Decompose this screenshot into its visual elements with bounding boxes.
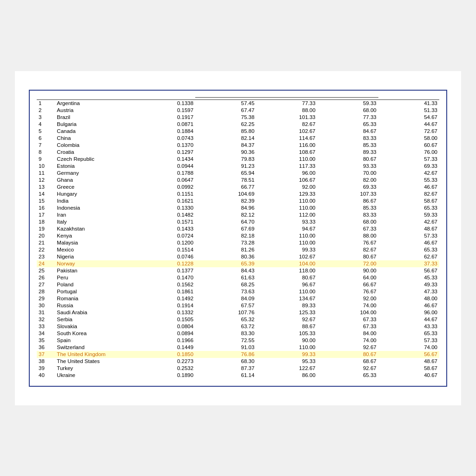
cell-grtc: 0.1433 [134,225,195,232]
cell-gmid: 87.37 [195,365,256,372]
cell-id-val: 44.67 [378,316,439,323]
table-row: 40 Ukraine 0.1890 61.14 86.00 65.33 40.6… [37,372,439,379]
cell-sd: 116.00 [256,142,317,149]
table-row: 25 Pakistan 0.1377 84.43 118.00 90.00 56… [37,267,439,274]
cell-id-val: 54.67 [378,114,439,121]
cell-country: South Korea [55,330,134,337]
cell-gmid: 91.23 [195,163,256,170]
cell-sd: 80.67 [256,274,317,281]
cell-grtc: 0.1621 [134,198,195,205]
cell-gmid: 84.09 [195,295,256,302]
cell-id: 20 [37,232,55,239]
cell-sd: 96.00 [256,170,317,177]
cell-pd: 92.67 [317,365,378,372]
cell-country: Serbia [55,316,134,323]
table-row: 24 Norway 0.1228 65.39 104.00 72.00 37.3… [37,260,439,267]
cell-grtc: 0.0894 [134,330,195,337]
cell-grtc: 0.1850 [134,351,195,358]
cell-pd: 66.67 [317,281,378,288]
cell-grtc: 0.1338 [134,99,195,107]
cell-grtc: 0.0804 [134,323,195,330]
cell-id: 28 [37,288,55,295]
cell-grtc: 0.1571 [134,218,195,225]
cell-gmid: 76.86 [195,351,256,358]
cell-country: Peru [55,274,134,281]
cell-id: 25 [37,267,55,274]
cell-country: Ghana [55,177,134,184]
cell-grtc: 0.1297 [134,149,195,156]
cell-grtc: 0.0724 [134,232,195,239]
cell-grtc: 0.1884 [134,128,195,135]
cell-id-val: 40.67 [378,372,439,379]
cell-id-val: 58.67 [378,198,439,205]
cell-country: Indonesia [55,205,134,212]
cell-id: 39 [37,365,55,372]
cell-id: 31 [37,309,55,316]
cell-country: Turkey [55,365,134,372]
table-row: 28 Portugal 0.1861 73.63 110.00 76.67 47… [37,288,439,295]
cell-pd: 86.67 [317,198,378,205]
cell-id: 4 [37,121,55,128]
cell-country: Pakistan [55,267,134,274]
cell-pd: 59.33 [317,99,378,107]
cell-id: 30 [37,302,55,309]
table-row: 3 Brazil 0.1917 75.38 101.33 77.33 54.67 [37,114,439,121]
cell-id: 33 [37,323,55,330]
cell-country: Bulgaria [55,121,134,128]
cell-sd: 99.33 [256,246,317,253]
table-row: 39 Turkey 0.2532 87.37 122.67 92.67 58.6… [37,365,439,372]
cell-pd: 64.00 [317,274,378,281]
cell-id: 27 [37,281,55,288]
cell-id: 12 [37,177,55,184]
cell-id: 8 [37,149,55,156]
cell-gmid: 78.51 [195,177,256,184]
table-row: 9 Czech Republic 0.1434 79.83 110.00 80.… [37,156,439,163]
table-row: 34 South Korea 0.0894 83.30 105.33 84.00… [37,330,439,337]
table-row: 16 Indonesia 0.1330 84.96 110.00 85.33 6… [37,205,439,212]
cell-pd: 65.33 [317,121,378,128]
cell-id-val: 65.33 [378,330,439,337]
cell-sd: 110.00 [256,288,317,295]
cell-sd: 110.00 [256,232,317,239]
cell-id: 7 [37,142,55,149]
cell-sd: 88.67 [256,323,317,330]
cell-id-val: 59.33 [378,212,439,218]
table-row: 26 Peru 0.1470 61.63 80.67 64.00 45.33 [37,274,439,281]
table-body: 1 Argentina 0.1338 57.45 77.33 59.33 41.… [37,99,439,379]
cell-country: Slovakia [55,323,134,330]
cell-pd: 70.00 [317,170,378,177]
cell-sd: 95.33 [256,358,317,365]
cell-gmid: 107.76 [195,309,256,316]
cell-grtc: 0.1482 [134,212,195,218]
cell-id: 34 [37,330,55,337]
cell-id: 24 [37,260,55,267]
cell-country: Austria [55,107,134,114]
cell-country: Saudi Arabia [55,309,134,316]
cell-sd: 110.00 [256,156,317,163]
cell-grtc: 0.1505 [134,316,195,323]
cell-pd: 77.33 [317,114,378,121]
cell-gmid: 65.32 [195,316,256,323]
cell-pd: 89.33 [317,149,378,156]
cell-country: Germany [55,170,134,177]
cell-gmid: 72.55 [195,337,256,344]
cell-sd: 114.67 [256,135,317,142]
cell-gmid: 61.14 [195,372,256,379]
cell-id: 29 [37,295,55,302]
cell-gmid: 65.94 [195,170,256,177]
cell-sd: 96.67 [256,281,317,288]
cell-country: Croatia [55,149,134,156]
cell-country: Iran [55,212,134,218]
cell-id-val: 37.33 [378,260,439,267]
cell-id: 14 [37,191,55,198]
cell-gmid: 81.26 [195,246,256,253]
table-row: 32 Serbia 0.1505 65.32 92.67 67.33 44.67 [37,316,439,323]
cell-grtc: 0.1492 [134,295,195,302]
cell-grtc: 0.1890 [134,372,195,379]
table-row: 21 Malaysia 0.1200 73.28 110.00 76.67 46… [37,239,439,246]
cell-gmid: 82.12 [195,212,256,218]
cell-sd: 86.00 [256,372,317,379]
cell-country: Hungary [55,191,134,198]
cell-sd: 101.33 [256,114,317,121]
cell-country: Kazakhstan [55,225,134,232]
